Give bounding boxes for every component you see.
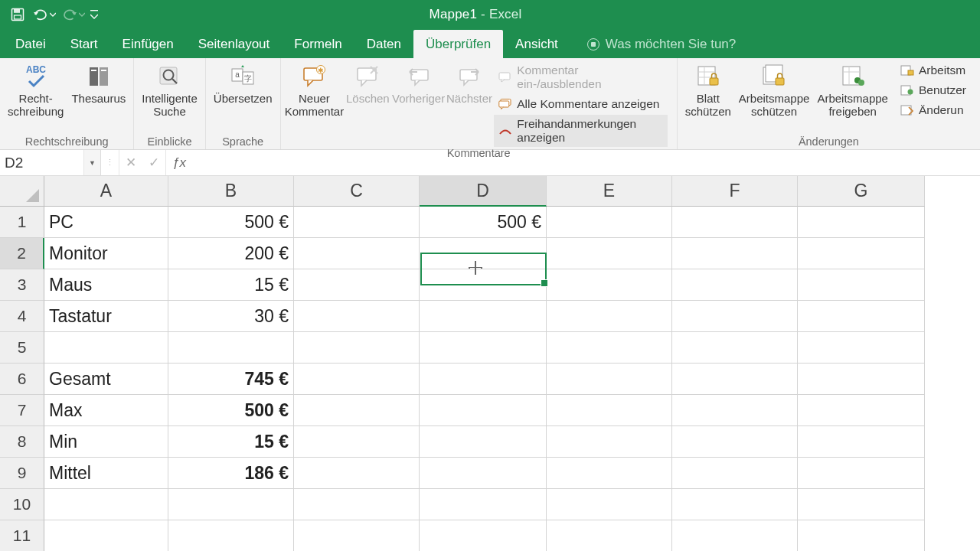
cell-A1[interactable]: PC: [44, 207, 168, 238]
undo-dropdown-icon[interactable]: [47, 3, 58, 26]
spelling-button[interactable]: ABC Recht- schreibung: [5, 60, 67, 119]
cell-G11[interactable]: [798, 520, 925, 551]
cell-C3[interactable]: [294, 269, 420, 301]
row-header-2[interactable]: 2: [0, 238, 44, 269]
row-header-1[interactable]: 1: [0, 207, 44, 238]
cell-A3[interactable]: Maus: [44, 269, 168, 301]
share-workbook-button[interactable]: Arbeitsmappe freigeben: [814, 60, 891, 119]
cell-C11[interactable]: [294, 520, 420, 551]
protect-sheet-button[interactable]: Blatt schützen: [682, 60, 734, 119]
row-header-11[interactable]: 11: [0, 520, 44, 551]
cell-E6[interactable]: [547, 364, 672, 395]
cell-D6[interactable]: [420, 364, 547, 395]
column-header-C[interactable]: C: [294, 176, 420, 207]
protect-workbook-button[interactable]: Arbeitsmappe schützen: [736, 60, 813, 119]
cell-D8[interactable]: [420, 426, 547, 458]
cell-E11[interactable]: [547, 520, 672, 551]
cell-F10[interactable]: [672, 489, 798, 520]
cell-A8[interactable]: Min: [44, 426, 168, 458]
show-ink-button[interactable]: Freihandanmerkungen anzeigen: [494, 115, 668, 147]
customize-qat-icon[interactable]: [87, 3, 101, 26]
column-header-G[interactable]: G: [798, 176, 925, 207]
next-comment-button[interactable]: Nächster: [446, 60, 492, 105]
name-box-dropdown-icon[interactable]: ▼: [83, 150, 100, 175]
cell-A10[interactable]: [44, 489, 168, 520]
tell-me-search[interactable]: Was möchten Sie tun?: [570, 37, 736, 58]
cell-F6[interactable]: [672, 364, 798, 395]
enter-formula-icon[interactable]: ✓: [142, 155, 165, 171]
cell-E3[interactable]: [547, 269, 672, 301]
cell-F3[interactable]: [672, 269, 798, 301]
tab-page-layout[interactable]: Seitenlayout: [186, 30, 283, 58]
show-all-comments-button[interactable]: Alle Kommentare anzeigen: [494, 95, 668, 113]
cell-G4[interactable]: [798, 301, 925, 332]
cell-B6[interactable]: 745 €: [168, 364, 294, 395]
cell-G3[interactable]: [798, 269, 925, 301]
cell-B5[interactable]: [168, 332, 294, 364]
cell-G10[interactable]: [798, 489, 925, 520]
row-header-7[interactable]: 7: [0, 395, 44, 426]
cell-F7[interactable]: [672, 395, 798, 426]
row-header-3[interactable]: 3: [0, 269, 44, 301]
cell-F2[interactable]: [672, 238, 798, 269]
cell-B3[interactable]: 15 €: [168, 269, 294, 301]
cell-G2[interactable]: [798, 238, 925, 269]
cell-D3[interactable]: [420, 269, 547, 301]
redo-dropdown-icon[interactable]: [77, 3, 87, 26]
cell-G6[interactable]: [798, 364, 925, 395]
row-header-4[interactable]: 4: [0, 301, 44, 332]
cell-E9[interactable]: [547, 458, 672, 489]
tab-view[interactable]: Ansicht: [503, 30, 570, 58]
cell-C6[interactable]: [294, 364, 420, 395]
tab-formulas[interactable]: Formeln: [282, 30, 354, 58]
tab-data[interactable]: Daten: [354, 30, 413, 58]
cell-D9[interactable]: [420, 458, 547, 489]
track-changes-button[interactable]: Änderun: [896, 101, 971, 119]
cell-F11[interactable]: [672, 520, 798, 551]
cell-E1[interactable]: [547, 207, 672, 238]
smart-lookup-button[interactable]: Intelligente Suche: [139, 60, 201, 119]
cell-E4[interactable]: [547, 301, 672, 332]
delete-comment-button[interactable]: Löschen: [345, 60, 390, 105]
cell-C5[interactable]: [294, 332, 420, 364]
translate-button[interactable]: a字 Übersetzen: [211, 60, 276, 105]
cell-G5[interactable]: [798, 332, 925, 364]
tab-insert[interactable]: Einfügen: [110, 30, 186, 58]
cell-A4[interactable]: Tastatur: [44, 301, 168, 332]
cell-D7[interactable]: [420, 395, 547, 426]
cell-B11[interactable]: [168, 520, 294, 551]
cell-C4[interactable]: [294, 301, 420, 332]
cell-F5[interactable]: [672, 332, 798, 364]
show-hide-comment-button[interactable]: Kommentar ein-/ausblenden: [494, 61, 668, 93]
cell-E5[interactable]: [547, 332, 672, 364]
select-all-corner[interactable]: [0, 176, 44, 207]
cell-B9[interactable]: 186 €: [168, 458, 294, 489]
cell-G1[interactable]: [798, 207, 925, 238]
cell-D4[interactable]: [420, 301, 547, 332]
tab-home[interactable]: Start: [58, 30, 110, 58]
tab-file[interactable]: Datei: [3, 30, 58, 58]
cell-F8[interactable]: [672, 426, 798, 458]
cell-D1[interactable]: 500 €: [420, 207, 547, 238]
cell-E10[interactable]: [547, 489, 672, 520]
save-icon[interactable]: [6, 3, 29, 26]
name-box[interactable]: D2: [0, 152, 83, 174]
cell-B7[interactable]: 500 €: [168, 395, 294, 426]
cell-C8[interactable]: [294, 426, 420, 458]
fx-icon[interactable]: ƒx: [166, 150, 192, 175]
cell-B4[interactable]: 30 €: [168, 301, 294, 332]
column-header-B[interactable]: B: [168, 176, 294, 207]
cell-A9[interactable]: Mittel: [44, 458, 168, 489]
cell-D2[interactable]: [420, 238, 547, 269]
cell-F4[interactable]: [672, 301, 798, 332]
protect-share-button[interactable]: Arbeitsm: [896, 61, 971, 80]
prev-comment-button[interactable]: Vorheriger: [392, 60, 445, 105]
tab-review[interactable]: Überprüfen: [413, 30, 503, 58]
row-header-5[interactable]: 5: [0, 332, 44, 364]
row-header-9[interactable]: 9: [0, 458, 44, 489]
cell-G9[interactable]: [798, 458, 925, 489]
cell-C2[interactable]: [294, 238, 420, 269]
cell-F9[interactable]: [672, 458, 798, 489]
cell-C7[interactable]: [294, 395, 420, 426]
cell-B1[interactable]: 500 €: [168, 207, 294, 238]
